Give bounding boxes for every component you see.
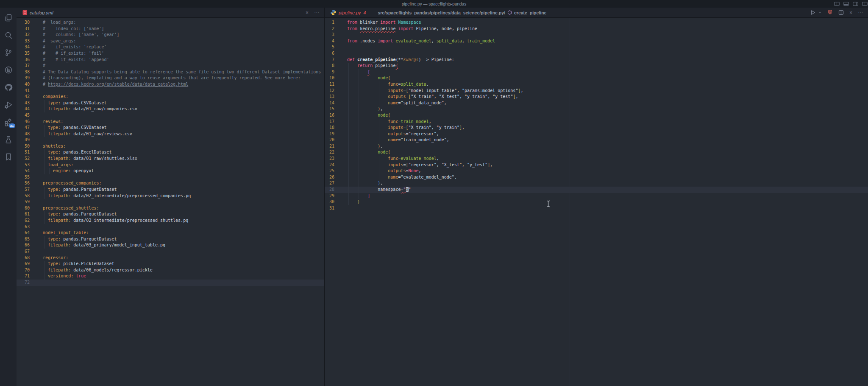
search-icon[interactable]	[4, 31, 13, 40]
code-line-49[interactable]: 49	[17, 137, 324, 143]
code-line-58[interactable]: 58 filepath: data/02_intermediate/prepro…	[17, 193, 324, 199]
code-line-31[interactable]: 31	[325, 205, 868, 212]
code-line-23[interactable]: 23 func=evaluate_model,	[325, 156, 868, 162]
code-line-70[interactable]: 70 filepath: data/06_models/regressor.pi…	[17, 267, 324, 274]
tests-flask-icon[interactable]	[4, 135, 13, 144]
code-line-40[interactable]: 40# https://docs.kedro.org/en/stable/dat…	[17, 81, 324, 88]
tab-catalog-yml[interactable]: catalog.yml	[17, 8, 59, 17]
code-line-54[interactable]: 54 engine: openpyxl	[17, 168, 324, 174]
code-line-15[interactable]: 15 ),	[325, 106, 868, 112]
code-line-33[interactable]: 33# save_args:	[17, 38, 324, 45]
code-line-44[interactable]: 44 filepath: data/01_raw/companies.csv	[17, 106, 324, 112]
code-line-32[interactable]: 32# columns: ['name', 'gear']	[17, 32, 324, 38]
code-line-37[interactable]: 37#	[17, 63, 324, 69]
pipeline-py-editor[interactable]: 1from blinker import Namespace2from kedr…	[325, 18, 868, 386]
code-line-19[interactable]: 19 outputs="regressor",	[325, 131, 868, 137]
code-line-71[interactable]: 71 versioned: true	[17, 273, 324, 280]
code-line-14[interactable]: 14 name="split_data_node",	[325, 100, 868, 106]
code-line-39[interactable]: 39# (transcoding), templating and a way …	[17, 75, 324, 81]
code-line-72[interactable]: 72	[17, 280, 324, 286]
code-line-62[interactable]: 62 filepath: data/02_intermediate/prepro…	[17, 218, 324, 224]
code-line-48[interactable]: 48 filepath: data/01_raw/reviews.csv	[17, 131, 324, 137]
code-line-34[interactable]: 34# if_exists: 'replace'	[17, 44, 324, 50]
code-line-65[interactable]: 65 type: pandas.ParquetDataset	[17, 236, 324, 243]
code-line-18[interactable]: 18 inputs=["X_train", "y_train"],	[325, 125, 868, 131]
code-line-2[interactable]: 2from kedro.pipeline import Pipeline, no…	[325, 26, 868, 32]
code-line-7[interactable]: 7def create_pipeline(**kwargs) -> Pipeli…	[325, 57, 868, 63]
code-line-1[interactable]: 1from blinker import Namespace	[325, 20, 868, 26]
code-line-60[interactable]: 60preprocessed_shuttles:	[17, 205, 324, 212]
code-line-51[interactable]: 51 type: pandas.ExcelDataset	[17, 149, 324, 156]
breadcrumb[interactable]: src/spaceflights_pandas/pipelines/data_s…	[378, 10, 546, 15]
code-line-63[interactable]: 63	[17, 224, 324, 230]
toggle-left-dock-icon[interactable]	[834, 2, 840, 6]
code-line-64[interactable]: 64model_input_table:	[17, 230, 324, 236]
code-line-20[interactable]: 20 name="train_model_node",	[325, 137, 868, 143]
code-line-8[interactable]: 8 return pipeline(	[325, 63, 868, 69]
code-line-4[interactable]: 4from .nodes import evaluate_model, spli…	[325, 38, 868, 45]
more-icon[interactable]: ⋯	[858, 10, 863, 15]
run-caret-icon[interactable]	[818, 11, 822, 14]
code-line-10[interactable]: 10 node(	[325, 75, 868, 81]
code-line-3[interactable]: 3	[325, 32, 868, 38]
code-line-56[interactable]: 56preprocessed_companies:	[17, 180, 324, 187]
code-line-42[interactable]: 42companies:	[17, 94, 324, 100]
code-line-17[interactable]: 17 func=train_model,	[325, 119, 868, 125]
code-line-67[interactable]: 67	[17, 249, 324, 255]
files-icon[interactable]	[4, 13, 13, 22]
code-line-30[interactable]: 30# load_args:	[17, 20, 324, 26]
code-line-36[interactable]: 36# # if_exists: 'append'	[17, 57, 324, 63]
code-line-6[interactable]: 6	[325, 50, 868, 57]
code-line-28[interactable]: 28 namespace="x"	[325, 187, 868, 193]
code-line-25[interactable]: 25 outputs=None,	[325, 168, 868, 174]
code-line-22[interactable]: 22 node(	[325, 149, 868, 156]
code-line-31[interactable]: 31# index_col: ['name']	[17, 26, 324, 32]
code-line-69[interactable]: 69 type: pickle.PickleDataset	[17, 261, 324, 267]
code-line-57[interactable]: 57 type: pandas.ParquetDataset	[17, 187, 324, 193]
code-line-26[interactable]: 26 name="evaluate_model_node",	[325, 174, 868, 181]
toggle-extra-dock-icon[interactable]	[862, 2, 868, 6]
catalog-yml-editor[interactable]: 30# load_args:31# index_col: ['name']32#…	[17, 18, 324, 386]
assistant-cat-icon[interactable]	[827, 10, 833, 15]
code-line-46[interactable]: 46reviews:	[17, 119, 324, 125]
bookmark-icon[interactable]	[4, 152, 13, 162]
code-line-27[interactable]: 27 ),	[325, 180, 868, 187]
code-line-29[interactable]: 29 ]	[325, 193, 868, 199]
code-line-13[interactable]: 13 outputs=["X_train", "X_test", "y_trai…	[325, 94, 868, 100]
code-line-43[interactable]: 43 type: pandas.CSVDataset	[17, 100, 324, 106]
code-line-16[interactable]: 16 node(	[325, 112, 868, 119]
toggle-bottom-dock-icon[interactable]	[843, 2, 849, 6]
split-pane-icon[interactable]	[838, 10, 844, 15]
more-icon[interactable]: ⋯	[314, 10, 319, 15]
code-line-53[interactable]: 53 load_args:	[17, 162, 324, 168]
code-line-55[interactable]: 55	[17, 174, 324, 181]
code-line-68[interactable]: 68regressor:	[17, 255, 324, 261]
code-line-5[interactable]: 5	[325, 44, 868, 50]
code-line-45[interactable]: 45	[17, 112, 324, 119]
code-line-11[interactable]: 11 func=split_data,	[325, 81, 868, 88]
code-line-9[interactable]: 9 [	[325, 69, 868, 76]
code-line-66[interactable]: 66 filepath: data/03_primary/model_input…	[17, 242, 324, 249]
code-line-38[interactable]: 38# The Data Catalog supports being able…	[17, 69, 324, 76]
code-line-47[interactable]: 47 type: pandas.CSVDataset	[17, 125, 324, 131]
code-line-52[interactable]: 52 filepath: data/01_raw/shuttles.xlsx	[17, 156, 324, 162]
circle-pointer-icon[interactable]	[4, 65, 13, 75]
git-branch-icon[interactable]	[4, 48, 13, 57]
code-line-41[interactable]: 41	[17, 88, 324, 94]
code-line-61[interactable]: 61 type: pandas.ParquetDataset	[17, 211, 324, 218]
code-line-24[interactable]: 24 inputs=["regressor", "X_test", "y_tes…	[325, 162, 868, 168]
code-line-59[interactable]: 59	[17, 199, 324, 205]
tab-pipeline-py[interactable]: pipeline.py 4	[325, 8, 372, 17]
toggle-right-dock-icon[interactable]	[853, 2, 858, 6]
code-line-21[interactable]: 21 ),	[325, 143, 868, 150]
code-line-35[interactable]: 35# # if_exists: 'fail'	[17, 50, 324, 57]
github-icon[interactable]	[4, 83, 13, 92]
code-line-50[interactable]: 50shuttles:	[17, 143, 324, 150]
run-icon[interactable]	[810, 10, 815, 15]
extensions-icon[interactable]: 31	[4, 117, 13, 127]
code-line-12[interactable]: 12 inputs=["model_input_table", "params:…	[325, 88, 868, 94]
close-icon[interactable]: ×	[306, 10, 309, 15]
code-line-30[interactable]: 30 )	[325, 199, 868, 205]
close-icon[interactable]: ×	[849, 10, 852, 15]
debug-icon[interactable]	[4, 100, 13, 109]
